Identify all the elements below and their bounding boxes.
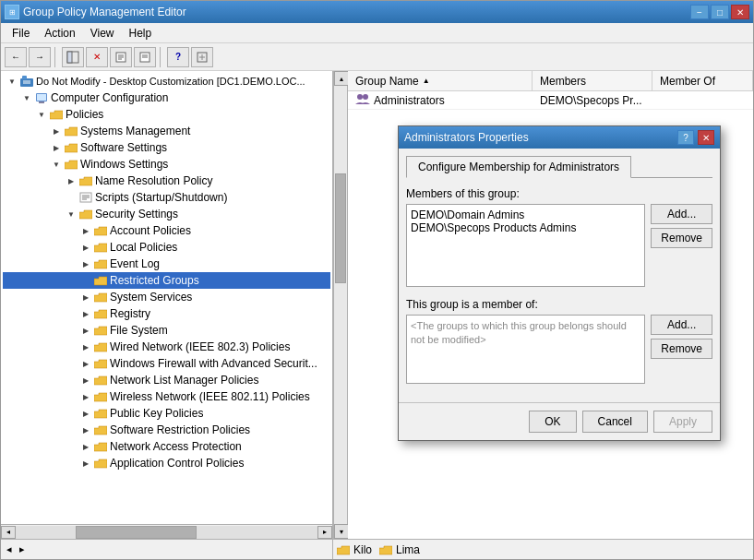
bottom-tree-kilo[interactable]: Kilo — [337, 543, 372, 556]
expander-registry[interactable]: ▶ — [78, 306, 93, 321]
tree-item-windows-settings[interactable]: ▼ Windows Settings — [3, 156, 330, 173]
apply-button[interactable]: Apply — [653, 411, 712, 433]
expander-public-key[interactable]: ▶ — [78, 406, 93, 421]
h-scrollbar-track[interactable] — [16, 526, 317, 539]
expander-policies[interactable]: ▼ — [34, 107, 49, 122]
tree-label-restricted-groups: Restricted Groups — [110, 274, 199, 287]
scroll-down-btn[interactable]: ▾ — [334, 524, 349, 539]
tree-item-wired-network[interactable]: ▶ Wired Network (IEEE 802.3) Policies — [3, 339, 330, 355]
expander-windows-settings[interactable]: ▼ — [49, 157, 64, 172]
close-button[interactable]: ✕ — [731, 5, 749, 19]
member-of-row-section: <The groups to which this group belongs … — [406, 315, 712, 391]
modal-help-button[interactable]: ? — [677, 130, 694, 145]
member-of-add-button[interactable]: Add... — [651, 315, 712, 335]
forward-button[interactable]: → — [29, 47, 51, 67]
export-button[interactable] — [134, 47, 156, 67]
expander-network-access[interactable]: ▶ — [78, 439, 93, 454]
expander-file-system[interactable]: ▶ — [78, 323, 93, 338]
maximize-button[interactable]: □ — [711, 5, 729, 19]
menu-help[interactable]: Help — [122, 25, 160, 42]
tree-item-restricted-groups[interactable]: ▶ Restricted Groups — [3, 272, 330, 289]
expander-wireless-network[interactable]: ▶ — [78, 389, 93, 404]
cancel-button[interactable]: Cancel — [582, 411, 648, 433]
expander-event-log[interactable]: ▶ — [78, 256, 93, 271]
expander-system-services[interactable]: ▶ — [78, 290, 93, 304]
left-panel-vscroll[interactable]: ▴ ▾ — [333, 71, 348, 539]
wired-network-icon — [93, 340, 108, 353]
h-scrollbar-thumb[interactable] — [76, 526, 197, 539]
help-button[interactable]: ? — [167, 47, 189, 67]
expander-security-settings[interactable]: ▼ — [64, 207, 78, 221]
tree-item-system-services[interactable]: ▶ System Services — [3, 289, 330, 305]
tree-label-scripts: Scripts (Startup/Shutdown) — [95, 191, 227, 204]
tree-item-software-settings[interactable]: ▶ Software Settings — [3, 139, 330, 156]
member-of-remove-button[interactable]: Remove — [651, 339, 712, 359]
tree-item-file-system[interactable]: ▶ File System — [3, 322, 330, 339]
modal-close-button[interactable]: ✕ — [698, 130, 714, 145]
tree-item-software-restriction[interactable]: ▶ Software Restriction Policies — [3, 422, 330, 438]
scroll-left-btn[interactable]: ◂ — [1, 526, 16, 539]
tree-item-wireless-network[interactable]: ▶ Wireless Network (IEEE 802.11) Policie… — [3, 388, 330, 405]
scroll-right-btn[interactable]: ▸ — [317, 526, 332, 539]
expander-name-resolution[interactable]: ▶ — [64, 173, 78, 188]
tree-item-app-control[interactable]: ▶ Application Control Policies — [3, 455, 330, 471]
tree-item-root[interactable]: ▼ Do Not Modify - Desktop Customization … — [3, 73, 330, 89]
tree-item-public-key[interactable]: ▶ Public Key Policies — [3, 405, 330, 422]
members-box[interactable]: DEMO\Domain Admins DEMO\Specops Products… — [406, 204, 645, 287]
members-remove-button[interactable]: Remove — [651, 228, 712, 248]
expander-app-control[interactable]: ▶ — [78, 456, 93, 471]
ok-button[interactable]: OK — [529, 411, 576, 433]
col-header-group-name[interactable]: Group Name ▲ — [348, 71, 533, 90]
v-scroll-thumb[interactable] — [335, 173, 346, 283]
expander-local-policies[interactable]: ▶ — [78, 240, 93, 255]
expander-windows-firewall[interactable]: ▶ — [78, 356, 93, 371]
expander-computer-config[interactable]: ▼ — [19, 90, 34, 105]
status-scroll-right[interactable]: ▸ — [18, 543, 27, 555]
windows-settings-icon — [64, 158, 78, 171]
member-domain-admins: DEMO\Domain Admins — [411, 209, 640, 221]
tree-item-account-policies[interactable]: ▶ Account Policies — [3, 222, 330, 239]
minimize-button[interactable]: − — [690, 5, 709, 19]
tree-label-security-settings: Security Settings — [95, 208, 178, 220]
tree-item-security-settings[interactable]: ▼ Security Settings — [3, 206, 330, 222]
tree-item-scripts[interactable]: ▶ Scripts (Startup/Shutdown) — [3, 189, 330, 206]
menu-file[interactable]: File — [5, 25, 37, 42]
tree-item-local-policies[interactable]: ▶ Local Policies — [3, 239, 330, 256]
extra-button[interactable] — [191, 47, 213, 67]
tree-item-registry[interactable]: ▶ Registry — [3, 305, 330, 322]
scroll-up-btn[interactable]: ▴ — [334, 71, 349, 86]
tree-item-sys-mgmt[interactable]: ▶ Systems Management — [3, 123, 330, 139]
bottom-tree-lima[interactable]: Lima — [379, 543, 420, 556]
table-row[interactable]: Administrators DEMO\Specops Pr... — [348, 91, 753, 110]
col-header-member-of[interactable]: Member Of — [652, 71, 753, 90]
tree-item-policies[interactable]: ▼ Policies — [3, 106, 330, 123]
members-add-button[interactable]: Add... — [651, 204, 712, 224]
tree-item-event-log[interactable]: ▶ Event Log — [3, 256, 330, 272]
tree-item-computer-config[interactable]: ▼ Computer Configuration — [3, 89, 330, 106]
back-button[interactable]: ← — [5, 47, 27, 67]
status-scroll-left[interactable]: ◂ — [5, 543, 14, 555]
menu-action[interactable]: Action — [37, 25, 82, 42]
expander-network-list[interactable]: ▶ — [78, 373, 93, 387]
tree-item-network-list[interactable]: ▶ Network List Manager Policies — [3, 372, 330, 388]
expander-sys-mgmt[interactable]: ▶ — [49, 124, 64, 138]
member-of-section-label: This group is a member of: — [406, 298, 712, 311]
expander-software-settings[interactable]: ▶ — [49, 140, 64, 155]
delete-button[interactable]: ✕ — [86, 47, 108, 67]
member-of-box[interactable]: <The groups to which this group belongs … — [406, 315, 645, 384]
left-panel-hscroll[interactable]: ◂ ▸ — [1, 524, 332, 539]
tree-container[interactable]: ▼ Do Not Modify - Desktop Customization … — [1, 71, 332, 524]
status-bar: ◂ ▸ Kilo Lima — [1, 539, 753, 559]
modal-tab-configure[interactable]: Configure Membership for Administrators — [406, 156, 631, 178]
tree-item-windows-firewall[interactable]: ▶ Windows Firewall with Advanced Securit… — [3, 355, 330, 372]
col-header-members[interactable]: Members — [533, 71, 652, 90]
expander-root[interactable]: ▼ — [5, 74, 19, 89]
tree-item-network-access[interactable]: ▶ Network Access Protection — [3, 438, 330, 455]
show-console-tree[interactable] — [62, 47, 84, 67]
properties-button[interactable] — [110, 47, 132, 67]
expander-software-restriction[interactable]: ▶ — [78, 423, 93, 437]
expander-account-policies[interactable]: ▶ — [78, 223, 93, 238]
tree-item-name-resolution[interactable]: ▶ Name Resolution Policy — [3, 173, 330, 189]
expander-wired-network[interactable]: ▶ — [78, 340, 93, 354]
menu-view[interactable]: View — [83, 25, 122, 42]
